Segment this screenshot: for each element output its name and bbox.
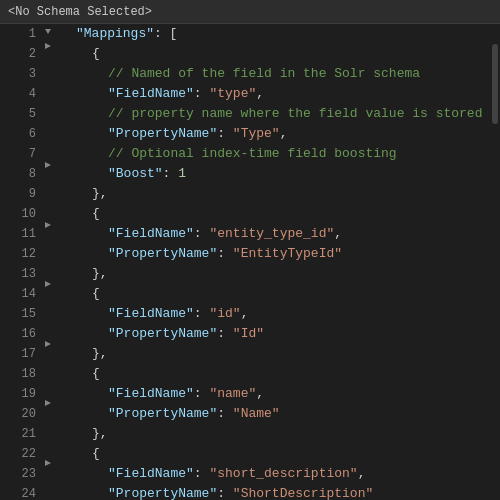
token: "FieldName" (108, 224, 194, 244)
fold-icon[interactable] (40, 24, 56, 39)
code-line: { (60, 364, 490, 384)
svg-marker-5 (45, 341, 51, 347)
token: : (194, 464, 210, 484)
token: { (92, 44, 100, 64)
line-number: 5 (29, 104, 36, 124)
token: "Mappings" (76, 24, 154, 44)
fold-icon (40, 307, 56, 322)
token: , (334, 224, 342, 244)
token: : (163, 164, 179, 184)
token: : [ (154, 24, 177, 44)
code-line: "PropertyName": "ShortDescription" (60, 484, 490, 500)
token: : (217, 324, 233, 344)
token: : (217, 124, 233, 144)
code-line: "FieldName": "entity_type_id", (60, 224, 490, 244)
fold-gutter[interactable] (40, 24, 56, 500)
code-line: // Named of the field in the Solr schema (60, 64, 490, 84)
token: "entity_type_id" (209, 224, 334, 244)
token: // Named of the field in the Solr schema (108, 64, 420, 84)
line-number: 11 (22, 224, 36, 244)
code-line: // property name where the field value i… (60, 104, 490, 124)
code-line: "FieldName": "id", (60, 304, 490, 324)
code-editor[interactable]: "Mappings": [{// Named of the field in t… (56, 24, 490, 500)
vertical-scrollbar[interactable] (490, 24, 500, 500)
code-line: }, (60, 424, 490, 444)
code-line: }, (60, 184, 490, 204)
token: "Boost" (108, 164, 163, 184)
line-number: 1 (29, 24, 36, 44)
title-bar: <No Schema Selected> (0, 0, 500, 24)
fold-icon (40, 113, 56, 128)
fold-icon (40, 98, 56, 113)
line-number: 23 (22, 464, 36, 484)
fold-icon[interactable] (40, 455, 56, 470)
fold-icon (40, 426, 56, 441)
token: "PropertyName" (108, 124, 217, 144)
fold-icon[interactable] (40, 39, 56, 54)
line-number: 15 (22, 304, 36, 324)
fold-icon (40, 381, 56, 396)
fold-icon (40, 128, 56, 143)
token: : (217, 404, 233, 424)
token: { (92, 284, 100, 304)
fold-icon[interactable] (40, 336, 56, 351)
fold-icon (40, 247, 56, 262)
line-number: 3 (29, 64, 36, 84)
title-text: <No Schema Selected> (8, 5, 152, 19)
code-line: // Optional index-time field boosting (60, 144, 490, 164)
token: "FieldName" (108, 304, 194, 324)
code-line: "FieldName": "name", (60, 384, 490, 404)
svg-marker-4 (45, 281, 51, 287)
fold-icon (40, 84, 56, 99)
token: "Type" (233, 124, 280, 144)
fold-icon (40, 262, 56, 277)
code-line: }, (60, 264, 490, 284)
line-number: 22 (22, 444, 36, 464)
fold-icon (40, 188, 56, 203)
line-number: 4 (29, 84, 36, 104)
fold-icon (40, 173, 56, 188)
fold-icon (40, 69, 56, 84)
token: "FieldName" (108, 464, 194, 484)
token: "PropertyName" (108, 244, 217, 264)
line-number: 19 (22, 384, 36, 404)
token: "type" (209, 84, 256, 104)
token: }, (92, 344, 108, 364)
scrollbar-thumb[interactable] (492, 44, 498, 124)
fold-icon (40, 203, 56, 218)
fold-icon[interactable] (40, 277, 56, 292)
line-number: 13 (22, 264, 36, 284)
svg-marker-3 (45, 222, 51, 228)
line-number: 8 (29, 164, 36, 184)
token: : (217, 244, 233, 264)
fold-icon[interactable] (40, 217, 56, 232)
fold-icon (40, 485, 56, 500)
token: , (280, 124, 288, 144)
code-line: "PropertyName": "Name" (60, 404, 490, 424)
token: , (241, 304, 249, 324)
code-line: { (60, 44, 490, 64)
token: { (92, 364, 100, 384)
line-number: 10 (22, 204, 36, 224)
fold-icon (40, 232, 56, 247)
fold-icon[interactable] (40, 158, 56, 173)
fold-icon[interactable] (40, 396, 56, 411)
token: // property name where the field value i… (108, 104, 482, 124)
svg-marker-6 (45, 400, 51, 406)
code-line: "Mappings": [ (60, 24, 490, 44)
code-line: "FieldName": "type", (60, 84, 490, 104)
token: "PropertyName" (108, 484, 217, 500)
svg-marker-1 (45, 43, 51, 49)
code-line: { (60, 284, 490, 304)
token: "ShortDescription" (233, 484, 373, 500)
svg-marker-0 (45, 29, 51, 34)
token: "id" (209, 304, 240, 324)
code-line: "PropertyName": "Id" (60, 324, 490, 344)
line-number: 17 (22, 344, 36, 364)
fold-icon (40, 54, 56, 69)
token: }, (92, 264, 108, 284)
token: }, (92, 184, 108, 204)
line-number: 21 (22, 424, 36, 444)
token: , (256, 84, 264, 104)
token: // Optional index-time field boosting (108, 144, 397, 164)
